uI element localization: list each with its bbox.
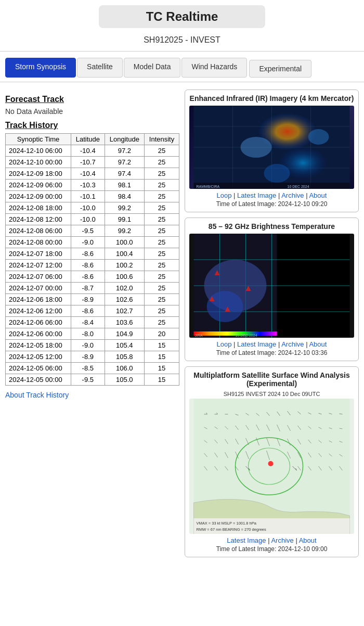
ir-latest-link[interactable]: Latest Image bbox=[237, 191, 276, 199]
bt-card: 85 – 92 GHz Brightness Temperature bbox=[185, 218, 359, 361]
table-row: 2024-12-08 00:00-9.0100.025 bbox=[6, 237, 179, 248]
wind-subtitle: SH9125 INVEST 2024 10 Dec 09UTC bbox=[189, 391, 354, 397]
svg-point-9 bbox=[241, 137, 272, 158]
bt-image: JIRA 10 DEC 2024 bbox=[189, 234, 354, 338]
table-row: 2024-12-09 18:00-10.497.425 bbox=[6, 168, 179, 180]
app-title-box: TC Realtime bbox=[99, 5, 265, 28]
wind-archive-link[interactable]: Archive bbox=[271, 536, 293, 544]
table-row: 2024-12-06 12:00-8.6102.725 bbox=[6, 305, 179, 317]
left-panel: Forecast Track No Data Available Track H… bbox=[5, 90, 185, 557]
bt-time: Time of Latest Image: 2024-12-10 03:36 bbox=[189, 349, 354, 356]
bt-latest-link[interactable]: Latest Image bbox=[237, 340, 276, 348]
table-row: 2024-12-08 12:00-10.099.125 bbox=[6, 214, 179, 225]
tab-storm-synopsis[interactable]: Storm Synopsis bbox=[5, 58, 76, 78]
table-row: 2024-12-08 18:00-10.099.225 bbox=[6, 202, 179, 214]
svg-point-24 bbox=[207, 291, 243, 322]
bt-card-links: Loop | Latest Image | Archive | About bbox=[189, 340, 354, 348]
ir-about-link[interactable]: About bbox=[309, 191, 327, 199]
tab-model-data[interactable]: Model Data bbox=[124, 58, 181, 78]
wind-latest-link[interactable]: Latest Image bbox=[227, 536, 266, 544]
table-row: 2024-12-10 06:00-10.497.225 bbox=[6, 145, 179, 157]
svg-text:RAMMB/CIRA: RAMMB/CIRA bbox=[197, 185, 220, 188]
svg-text:10 DEC 2024: 10 DEC 2024 bbox=[288, 185, 309, 188]
svg-text:RMW = 67 nm  BEARING = 270 deg: RMW = 67 nm BEARING = 270 degrees bbox=[197, 527, 266, 532]
tab-experimental[interactable]: Experimental bbox=[249, 60, 311, 78]
ir-archive-link[interactable]: Archive bbox=[281, 191, 304, 199]
col-synoptic-time: Synoptic Time bbox=[6, 134, 71, 145]
ir-card-links: Loop | Latest Image | Archive | About bbox=[189, 191, 354, 199]
svg-text:10 DEC 2024: 10 DEC 2024 bbox=[236, 334, 257, 337]
ir-card: Enhanced Infrared (IR) Imagery (4 km Mer… bbox=[185, 90, 359, 212]
table-row: 2024-12-09 06:00-10.398.125 bbox=[6, 180, 179, 191]
divider-tabs bbox=[0, 82, 364, 82]
bt-card-title: 85 – 92 GHz Brightness Temperature bbox=[189, 222, 354, 231]
wind-about-link[interactable]: About bbox=[299, 536, 317, 544]
table-row: 2024-12-07 06:00-8.6100.625 bbox=[6, 271, 179, 283]
storm-id: SH912025 - INVEST bbox=[0, 33, 364, 49]
ir-image: RAMMB/CIRA 10 DEC 2024 bbox=[189, 106, 354, 189]
table-row: 2024-12-06 06:00-8.4103.625 bbox=[6, 317, 179, 328]
table-row: 2024-12-05 06:00-8.5106.015 bbox=[6, 363, 179, 374]
col-latitude: Latitude bbox=[71, 134, 105, 145]
table-row: 2024-12-07 18:00-8.6100.425 bbox=[6, 248, 179, 260]
wind-card-links: Latest Image | Archive | About bbox=[189, 536, 354, 544]
svg-text:VMAX = 33 kt  MSLP = 1001.8 hP: VMAX = 33 kt MSLP = 1001.8 hPa bbox=[197, 521, 257, 526]
tab-bar: Storm Synopsis Satellite Model Data Wind… bbox=[0, 54, 364, 78]
track-history-title: Track History bbox=[5, 121, 179, 130]
col-longitude: Longitude bbox=[105, 134, 144, 145]
ir-loop-link[interactable]: Loop bbox=[217, 191, 232, 199]
main-layout: Forecast Track No Data Available Track H… bbox=[0, 84, 364, 563]
track-history-table: Synoptic Time Latitude Longitude Intensi… bbox=[5, 133, 179, 386]
table-row: 2024-12-05 12:00-8.9105.815 bbox=[6, 351, 179, 363]
svg-point-100 bbox=[268, 461, 274, 466]
ir-time: Time of Latest Image: 2024-12-10 09:20 bbox=[189, 200, 354, 208]
table-row: 2024-12-05 18:00-9.0105.415 bbox=[6, 340, 179, 351]
table-row: 2024-12-10 00:00-10.797.225 bbox=[6, 157, 179, 168]
tab-satellite[interactable]: Satellite bbox=[77, 58, 123, 78]
col-intensity: Intensity bbox=[145, 134, 179, 145]
about-track-history-link[interactable]: About Track History bbox=[5, 391, 179, 399]
wind-image: VMAX = 33 kt MSLP = 1001.8 hPa RMW = 67 … bbox=[189, 399, 354, 534]
table-row: 2024-12-08 06:00-9.599.225 bbox=[6, 225, 179, 237]
table-row: 2024-12-09 00:00-10.198.425 bbox=[6, 191, 179, 202]
table-row: 2024-12-07 12:00-8.6100.225 bbox=[6, 260, 179, 271]
table-row: 2024-12-06 00:00-8.0104.920 bbox=[6, 328, 179, 340]
bt-about-link[interactable]: About bbox=[309, 340, 327, 348]
svg-point-10 bbox=[308, 129, 329, 145]
right-panel: Enhanced Infrared (IR) Imagery (4 km Mer… bbox=[185, 90, 359, 557]
bt-loop-link[interactable]: Loop bbox=[217, 340, 232, 348]
forecast-track-title: Forecast Track bbox=[5, 95, 179, 104]
wind-card-title: Multiplatform Satellite Surface Wind Ana… bbox=[189, 371, 354, 388]
wind-card: Multiplatform Satellite Surface Wind Ana… bbox=[185, 366, 359, 557]
ir-card-title: Enhanced Infrared (IR) Imagery (4 km Mer… bbox=[189, 94, 354, 103]
app-title: TC Realtime bbox=[107, 9, 257, 24]
table-row: 2024-12-06 18:00-8.9102.625 bbox=[6, 294, 179, 305]
table-row: 2024-12-07 00:00-8.7102.025 bbox=[6, 283, 179, 294]
wind-time: Time of Latest Image: 2024-12-10 09:00 bbox=[189, 545, 354, 553]
divider-top bbox=[0, 51, 364, 52]
svg-text:JIRA: JIRA bbox=[195, 334, 203, 337]
no-data-text: No Data Available bbox=[5, 107, 179, 116]
bt-archive-link[interactable]: Archive bbox=[281, 340, 304, 348]
svg-point-11 bbox=[264, 164, 290, 183]
table-row: 2024-12-05 00:00-9.5105.015 bbox=[6, 374, 179, 386]
tab-wind-hazards[interactable]: Wind Hazards bbox=[181, 58, 247, 78]
